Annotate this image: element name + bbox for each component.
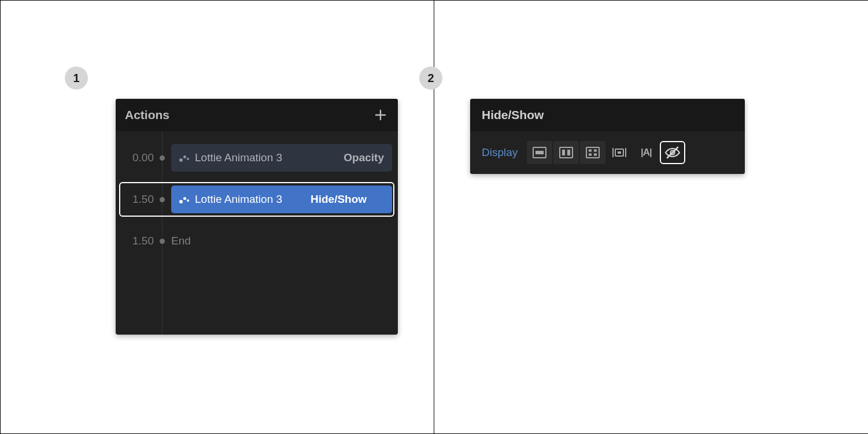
actions-panel: Actions 0.00 Lottie Animation 3 Opacity [116,99,398,335]
lottie-icon [179,198,189,201]
display-property-label[interactable]: Display [482,146,518,159]
action-row[interactable]: 0.00 Lottie Animation 3 Opacity [116,137,398,179]
display-option-grid[interactable] [580,141,605,164]
svg-rect-1 [535,151,544,154]
hide-show-panel-header: Hide/Show [470,99,745,131]
display-option-inline[interactable]: |A| [633,141,659,164]
action-target-name: Lottie Animation 3 [195,151,338,164]
svg-rect-6 [589,150,592,152]
svg-rect-3 [562,150,565,155]
hide-show-panel-body: Display [470,131,745,174]
action-time: 0.00 [116,151,154,164]
display-option-flex[interactable] [553,141,579,164]
eye-off-icon [664,146,681,159]
block-icon [533,147,546,158]
flex-icon [559,147,573,158]
action-pill[interactable]: Lottie Animation 3 Opacity [171,144,392,172]
action-row-selected[interactable]: 1.50 Lottie Animation 3 Hide/Show [116,179,398,220]
display-option-none[interactable] [660,141,685,164]
svg-rect-9 [594,154,597,156]
keyframe-dot[interactable] [160,155,165,161]
display-option-inline-block[interactable] [607,141,632,164]
keyframe-dot[interactable] [160,239,165,244]
display-options: |A| [527,141,685,164]
action-property: Opacity [343,151,384,164]
grid-icon [586,147,600,158]
inline-block-icon [612,147,627,158]
action-time: 1.50 [116,193,154,206]
hide-show-panel: Hide/Show Display [470,99,745,174]
add-action-button[interactable] [372,107,389,123]
step-badge-2: 2 [419,66,442,90]
action-property: Hide/Show [311,193,367,206]
svg-rect-13 [618,151,621,154]
action-target-name: Lottie Animation 3 [195,193,305,206]
svg-rect-2 [560,147,572,158]
timeline-end-label: End [171,235,191,247]
action-end-row: 1.50 End [116,220,398,262]
step-badge-1: 1 [65,66,88,90]
svg-rect-8 [589,154,592,156]
action-time: 1.50 [116,235,154,247]
svg-rect-7 [594,150,597,152]
actions-panel-title: Actions [125,108,372,122]
action-pill[interactable]: Lottie Animation 3 Hide/Show [171,186,392,213]
hide-show-panel-title: Hide/Show [482,108,544,122]
lottie-icon [179,156,189,159]
actions-timeline: 0.00 Lottie Animation 3 Opacity 1.50 [116,131,398,262]
svg-rect-4 [567,150,570,155]
keyframe-dot[interactable] [160,197,165,202]
plus-icon [374,109,387,121]
svg-rect-5 [586,147,599,158]
actions-panel-header: Actions [116,99,398,131]
display-option-block[interactable] [527,141,552,164]
